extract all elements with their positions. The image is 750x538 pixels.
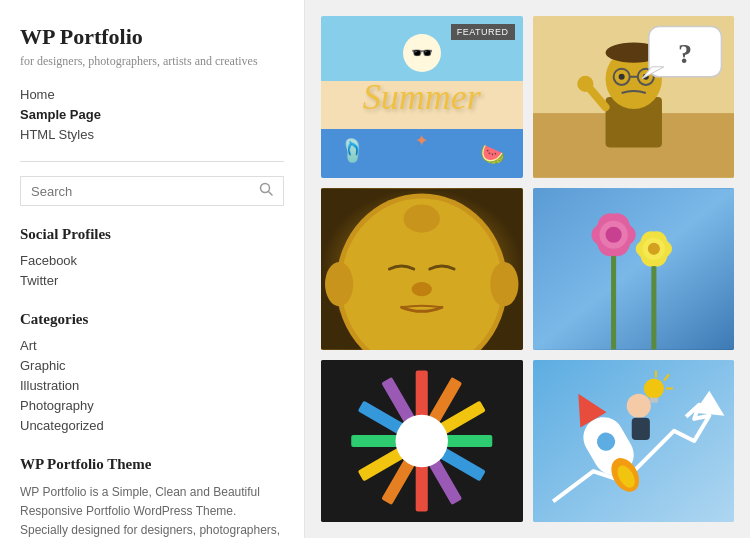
flipflops-decoration: 🩴 bbox=[339, 138, 366, 164]
svg-point-31 bbox=[605, 227, 621, 243]
svg-line-1 bbox=[269, 192, 273, 196]
categories-widget: Categories Art Graphic Illustration Phot… bbox=[20, 311, 284, 434]
svg-rect-24 bbox=[533, 188, 735, 349]
flowers-svg bbox=[533, 188, 735, 350]
categories-title: Categories bbox=[20, 311, 284, 328]
svg-point-20 bbox=[404, 205, 440, 233]
social-item-facebook[interactable]: Facebook bbox=[20, 253, 284, 269]
theme-widget-title: WP Portfolio Theme bbox=[20, 456, 284, 473]
category-link-graphic[interactable]: Graphic bbox=[20, 358, 66, 373]
nav-item-home[interactable]: Home bbox=[20, 87, 284, 103]
buddha-svg bbox=[321, 188, 523, 350]
category-item-photography[interactable]: Photography bbox=[20, 398, 284, 414]
svg-rect-50 bbox=[416, 461, 428, 511]
sunglasses-decoration: 🕶️ bbox=[411, 42, 433, 64]
svg-point-62 bbox=[396, 415, 448, 467]
social-widget: Social Profiles Facebook Twitter bbox=[20, 226, 284, 289]
theme-widget-description: WP Portfolio is a Simple, Clean and Beau… bbox=[20, 483, 284, 538]
rocket-svg bbox=[533, 360, 735, 522]
search-input[interactable] bbox=[31, 184, 259, 199]
portfolio-grid: 🕶️ Summer 🩴 ✦ 🍉 FEATURED bbox=[321, 16, 734, 522]
nav-link-html[interactable]: HTML Styles bbox=[20, 127, 94, 142]
category-link-uncategorized[interactable]: Uncategorized bbox=[20, 418, 104, 433]
svg-point-13 bbox=[577, 76, 593, 92]
portfolio-item-summer[interactable]: 🕶️ Summer 🩴 ✦ 🍉 FEATURED bbox=[321, 16, 523, 178]
category-item-graphic[interactable]: Graphic bbox=[20, 358, 284, 374]
portfolio-item-rocket[interactable] bbox=[533, 360, 735, 522]
category-item-illustration[interactable]: Illustration bbox=[20, 378, 284, 394]
svg-rect-63 bbox=[533, 360, 735, 521]
nav-link-sample[interactable]: Sample Page bbox=[20, 107, 101, 122]
nav-link-home[interactable]: Home bbox=[20, 87, 55, 102]
portfolio-item-flowers[interactable] bbox=[533, 188, 735, 350]
category-link-illustration[interactable]: Illustration bbox=[20, 378, 79, 393]
social-link-facebook[interactable]: Facebook bbox=[20, 253, 77, 268]
pencils-svg bbox=[321, 360, 523, 522]
search-icon[interactable] bbox=[259, 182, 273, 200]
main-content: 🕶️ Summer 🩴 ✦ 🍉 FEATURED bbox=[305, 0, 750, 538]
category-link-photography[interactable]: Photography bbox=[20, 398, 94, 413]
search-box[interactable] bbox=[20, 176, 284, 206]
portfolio-item-pencils[interactable] bbox=[321, 360, 523, 522]
svg-point-22 bbox=[325, 262, 353, 306]
svg-rect-71 bbox=[631, 418, 649, 440]
svg-point-36 bbox=[647, 243, 659, 255]
category-item-uncategorized[interactable]: Uncategorized bbox=[20, 418, 284, 434]
category-link-art[interactable]: Art bbox=[20, 338, 37, 353]
theme-widget: WP Portfolio Theme WP Portfolio is a Sim… bbox=[20, 456, 284, 538]
svg-rect-73 bbox=[649, 398, 657, 403]
watermelon-decoration: 🍉 bbox=[480, 142, 505, 166]
main-nav: Home Sample Page HTML Styles bbox=[20, 87, 284, 143]
nav-item-html[interactable]: HTML Styles bbox=[20, 127, 284, 143]
portfolio-item-buddha[interactable] bbox=[321, 188, 523, 350]
divider-nav bbox=[20, 161, 284, 162]
social-item-twitter[interactable]: Twitter bbox=[20, 273, 284, 289]
social-link-twitter[interactable]: Twitter bbox=[20, 273, 58, 288]
svg-point-72 bbox=[643, 379, 663, 399]
cartoon-svg: ? bbox=[533, 16, 735, 178]
svg-rect-44 bbox=[442, 435, 492, 447]
svg-point-70 bbox=[626, 394, 650, 418]
svg-rect-56 bbox=[351, 435, 401, 447]
starfish-decoration: ✦ bbox=[415, 131, 428, 150]
site-tagline: for designers, photographers, artists an… bbox=[20, 54, 284, 69]
svg-text:?: ? bbox=[678, 38, 692, 69]
svg-rect-38 bbox=[416, 370, 428, 420]
svg-point-21 bbox=[412, 282, 432, 296]
site-title: WP Portfolio bbox=[20, 24, 284, 50]
summer-text: Summer bbox=[363, 76, 481, 118]
nav-item-sample[interactable]: Sample Page bbox=[20, 107, 284, 123]
svg-point-10 bbox=[618, 74, 624, 80]
sidebar: WP Portfolio for designers, photographer… bbox=[0, 0, 305, 538]
svg-point-23 bbox=[490, 262, 518, 306]
category-item-art[interactable]: Art bbox=[20, 338, 284, 354]
portfolio-item-cartoon[interactable]: ? bbox=[533, 16, 735, 178]
featured-badge: FEATURED bbox=[451, 24, 515, 40]
social-title: Social Profiles bbox=[20, 226, 284, 243]
